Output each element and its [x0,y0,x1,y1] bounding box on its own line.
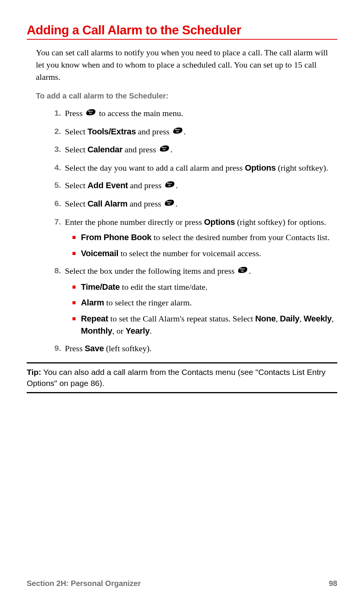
intro-paragraph: You can set call alarms to notify you wh… [36,47,337,83]
sub-list: From Phone Book to select the desired nu… [72,231,337,260]
tip-label: Tip: [27,368,41,376]
step-text: Press MenuOK to access the main menu. [65,108,183,118]
sub-item: Repeat to set the Call Alarm's repeat st… [72,313,337,337]
step-6: Select Call Alarm and press MenuOK. [50,198,337,211]
sub-item: Time/Date to edit the start time/date. [72,281,337,293]
page-title: Adding a Call Alarm to the Scheduler [27,23,337,40]
footer-section: Section 2H: Personal Organizer [27,579,141,588]
menu-ok-icon: MenuOK [85,107,96,119]
step-text: Select the box under the following items… [65,266,251,276]
step-8: Select the box under the following items… [50,265,337,337]
step-text: Select Tools/Extras and press MenuOK. [65,127,186,136]
svg-text:OK: OK [168,203,171,205]
menu-ok-icon: MenuOK [237,265,248,277]
step-text: Enter the phone number directly or press… [65,217,326,227]
sub-item: Voicemail to select the number for voice… [72,247,337,260]
footer: Section 2H: Personal Organizer 98 [27,579,337,588]
menu-ok-icon: MenuOK [164,198,175,210]
svg-text:OK: OK [89,112,92,115]
sub-item: From Phone Book to select the desired nu… [72,231,337,244]
step-2: Select Tools/Extras and press MenuOK. [50,126,337,139]
step-5: Select Add Event and press MenuOK. [50,179,337,192]
menu-ok-icon: MenuOK [159,144,170,156]
sub-item: Alarm to select the ringer alarm. [72,297,337,309]
step-4: Select the day you want to add a call al… [50,162,337,174]
step-text: Press Save (left softkey). [65,344,151,353]
step-7: Enter the phone number directly or press… [50,216,337,260]
menu-ok-icon: MenuOK [172,126,183,138]
tip-box: Tip: You can also add a call alarm from … [27,362,337,393]
step-9: Press Save (left softkey). [50,342,337,355]
footer-page: 98 [329,579,337,588]
sub-list: Time/Date to edit the start time/date.Al… [72,281,337,337]
menu-ok-icon: MenuOK [164,179,175,192]
subheading: To add a call alarm to the Scheduler: [36,92,337,100]
svg-text:OK: OK [241,270,244,272]
step-1: Press MenuOK to access the main menu. [50,107,337,120]
tip-text: You can also add a call alarm from the C… [27,368,325,387]
step-text: Select Add Event and press MenuOK. [65,181,178,190]
step-text: Select Call Alarm and press MenuOK. [65,199,177,208]
svg-text:OK: OK [176,131,179,133]
step-text: Select the day you want to add a call al… [65,163,328,173]
svg-text:OK: OK [163,149,166,151]
steps-list: Press MenuOK to access the main menu.Sel… [50,107,337,355]
step-text: Select Calendar and press MenuOK. [65,145,172,154]
page: Adding a Call Alarm to the Scheduler You… [0,0,364,607]
step-3: Select Calendar and press MenuOK. [50,144,337,157]
svg-text:OK: OK [168,184,171,187]
